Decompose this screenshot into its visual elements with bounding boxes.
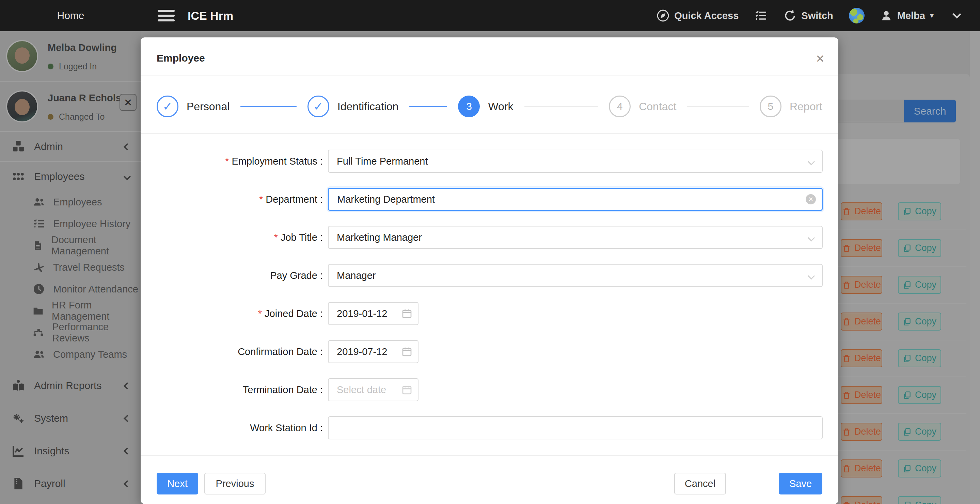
globe-language-icon[interactable]: [849, 8, 865, 24]
copy-icon: [903, 244, 912, 253]
copy-icon: [903, 428, 912, 436]
user-menu[interactable]: Melba ▾: [880, 10, 934, 22]
copy-button[interactable]: Copy: [898, 239, 941, 257]
close-changed-user-button[interactable]: ✕: [119, 94, 137, 111]
copy-button[interactable]: Copy: [898, 386, 941, 404]
field-label: Work Station Id :: [157, 422, 323, 434]
subitem-label: Employee History: [53, 218, 130, 230]
copy-button[interactable]: Copy: [898, 202, 941, 220]
status-label: Changed To: [59, 112, 105, 122]
sidebar-item-admin-reports[interactable]: Admin Reports: [0, 369, 141, 402]
work-station-id-input[interactable]: [328, 416, 822, 439]
copy-button[interactable]: Copy: [898, 276, 941, 294]
modal-close-icon[interactable]: ✕: [816, 52, 825, 65]
chevron-left-icon: [124, 447, 131, 454]
delete-button[interactable]: Delete: [841, 276, 882, 294]
step-report[interactable]: 5 Report: [760, 95, 822, 117]
step-contact[interactable]: 4 Contact: [609, 95, 760, 117]
sidebar-item-label: Employees: [34, 171, 84, 182]
step-label: Personal: [186, 100, 229, 113]
chevron-down-icon: [124, 173, 131, 180]
chevron-left-icon: [124, 480, 131, 487]
sidebar-subitem-employees[interactable]: Employees: [0, 191, 141, 213]
chevron-left-icon: [124, 382, 131, 389]
clear-icon[interactable]: ✕: [806, 194, 816, 204]
copy-button[interactable]: Copy: [898, 312, 941, 331]
status-dot: [48, 63, 54, 70]
delete-button[interactable]: Delete: [841, 496, 882, 504]
form-row-employment-status: Employment Status : Full Time Permanent: [157, 150, 822, 173]
logged-in-user-card: Melba Dowling Logged In: [0, 31, 141, 82]
sidebar-item-system[interactable]: System: [0, 402, 141, 434]
sidebar-subitem-company-teams[interactable]: Company Teams: [0, 344, 141, 365]
switch-icon: [784, 9, 797, 22]
chevron-down-icon[interactable]: [949, 8, 964, 23]
delete-button[interactable]: Delete: [841, 423, 882, 441]
trash-icon: [842, 281, 851, 289]
job-title-select[interactable]: Marketing Manager: [328, 226, 822, 249]
step-label: Report: [790, 100, 822, 113]
step-identification[interactable]: ✓ Identification: [307, 95, 458, 117]
step-personal[interactable]: ✓ Personal: [157, 95, 307, 117]
department-select[interactable]: Marketing Department: [328, 188, 822, 211]
changed-to-user-card: Juana R Echols Changed To ✕: [0, 82, 141, 132]
delete-button[interactable]: Delete: [841, 239, 882, 257]
sidebar-item-employees[interactable]: Employees: [0, 162, 141, 191]
quick-access-button[interactable]: Quick Access: [657, 9, 738, 22]
form-row-work-station-id: Work Station Id :: [157, 416, 822, 439]
copy-icon: [903, 207, 912, 216]
copy-button[interactable]: Copy: [898, 349, 941, 367]
copy-icon: [903, 391, 912, 399]
delete-button[interactable]: Delete: [841, 312, 882, 331]
delete-button[interactable]: Delete: [841, 349, 882, 367]
sidebar-item-recruitment[interactable]: Recruitment: [0, 500, 141, 504]
app-title: ICE Hrm: [188, 9, 233, 22]
sidebar-item-admin[interactable]: Admin: [0, 132, 141, 161]
pay-grade-select[interactable]: Manager: [328, 264, 822, 287]
sidebar-subitem-employee-history[interactable]: Employee History: [0, 213, 141, 235]
user-name: Melba Dowling: [48, 42, 117, 53]
copy-icon: [903, 464, 912, 473]
previous-button[interactable]: Previous: [204, 473, 266, 494]
subitem-label: Document Management: [51, 234, 141, 257]
copy-button[interactable]: Copy: [898, 423, 941, 441]
chart-line-icon: [11, 444, 25, 458]
modal-title: Employee: [157, 52, 205, 64]
sidebar-subitem-monitor-attendance[interactable]: Monitor Attendance: [0, 278, 141, 300]
employment-status-select[interactable]: Full Time Permanent: [328, 150, 822, 173]
sidebar-subitem-hr-form-management[interactable]: HR Form Management: [0, 300, 141, 322]
save-button[interactable]: Save: [779, 473, 822, 494]
sidebar-item-label: Insights: [34, 445, 69, 457]
trash-icon: [842, 244, 851, 253]
status-label: Logged In: [59, 62, 97, 71]
home-link[interactable]: Home: [0, 10, 141, 21]
sidebar-subitem-performance-reviews[interactable]: Performance Reviews: [0, 322, 141, 344]
search-button[interactable]: Search: [904, 100, 956, 122]
delete-button[interactable]: Delete: [841, 202, 882, 220]
subitem-label: Company Teams: [53, 349, 127, 360]
grid-icon: [11, 170, 25, 183]
tasks-list-icon[interactable]: [754, 9, 768, 22]
form-row-confirmation-date: Confirmation Date : 2019-07-12: [157, 340, 822, 363]
form-row-department: Department : Marketing Department ✕: [157, 188, 822, 211]
sidebar-item-label: System: [34, 412, 68, 424]
copy-button[interactable]: Copy: [898, 460, 941, 477]
delete-button[interactable]: Delete: [841, 386, 882, 404]
sidebar-item-payroll[interactable]: Payroll: [0, 467, 141, 500]
sidebar-item-insights[interactable]: Insights: [0, 434, 141, 467]
switch-button[interactable]: Switch: [784, 9, 833, 22]
next-button[interactable]: Next: [157, 473, 198, 494]
step-work[interactable]: 3 Work: [458, 95, 609, 117]
subitem-label: Monitor Attendance: [53, 284, 138, 295]
compass-icon: [657, 9, 670, 22]
sidebar-subitem-travel-requests[interactable]: Travel Requests: [0, 257, 141, 278]
cancel-button[interactable]: Cancel: [674, 473, 726, 494]
sidebar-subitem-document-management[interactable]: Document Management: [0, 235, 141, 257]
copy-button[interactable]: Copy: [898, 496, 941, 504]
copy-icon: [903, 354, 912, 363]
delete-button[interactable]: Delete: [841, 460, 882, 477]
field-label: Employment Status :: [157, 156, 323, 167]
hamburger-menu-icon[interactable]: [158, 10, 175, 21]
step-number: 3: [458, 95, 480, 117]
cubes-icon: [11, 140, 25, 154]
